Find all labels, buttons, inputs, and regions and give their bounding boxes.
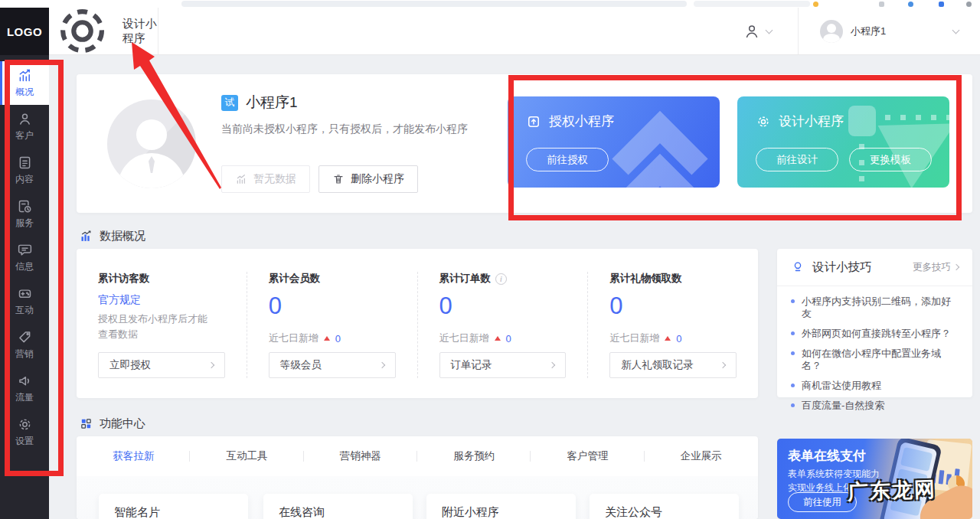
authorize-now-button[interactable]: 立即授权 [98, 352, 225, 378]
sidebar-item-content[interactable]: 内容 [0, 149, 49, 192]
stat-delta: 近七日新增 0 [269, 331, 396, 345]
bullet-dot [791, 403, 795, 407]
grid-icon [80, 417, 93, 430]
message-icon [17, 242, 33, 258]
stat-visitors: 累计访客数 官方规定 授权且发布小程序后才能 查看数据 立即授权 [77, 272, 247, 378]
sidebar-item-traffic[interactable]: 流量 [0, 367, 49, 410]
action-label: 立即授权 [109, 358, 151, 372]
sidebar-item-services[interactable]: 服务 [0, 192, 49, 236]
gear-icon [49, 0, 116, 64]
feature-card-smart-card[interactable]: 智能名片 [99, 494, 248, 519]
chevron-right-icon [720, 362, 726, 368]
sidebar-item-overview[interactable]: 概况 [0, 61, 49, 105]
tip-link[interactable]: 小程序内支持识别二维码，添加好友 [791, 295, 959, 320]
go-design-button[interactable]: 前往设计 [756, 148, 838, 171]
stat-label: 累计访客数 [98, 272, 225, 286]
promo-authorize-card[interactable]: 授权小程序 前往授权 [508, 96, 720, 188]
tab-design-miniprogram[interactable]: 设计小程序 [49, 8, 158, 54]
sidebar-item-messages[interactable]: 信息 [0, 236, 49, 279]
sidebar-item-label: 设置 [15, 435, 34, 448]
feature-card-follow-official[interactable]: 关注公众号 [590, 494, 739, 519]
chevron-right-icon [208, 362, 214, 368]
stat-value: 0 [439, 293, 567, 319]
feature-center-header: 功能中心 [80, 416, 145, 431]
form-payment-banner[interactable]: 表单在线支付 表单系统获得变现能力 实现业务线上化 前往使用 广东龙网 [777, 439, 972, 519]
apps-icon[interactable] [939, 2, 944, 7]
tab-interactive-tools[interactable]: 互动工具 [190, 449, 303, 463]
sidebar-item-marketing[interactable]: 营销 [0, 323, 49, 367]
stat-label: 累计会员数 [269, 272, 396, 286]
tip-link[interactable]: 百度流量-自然搜索 [791, 400, 959, 412]
no-data-label: 暂无数据 [253, 172, 296, 186]
more-tips-link[interactable]: 更多技巧 [913, 261, 959, 274]
tab-acquisition[interactable]: 获客拉新 [77, 449, 190, 463]
chevrons-decor [605, 96, 720, 188]
stat-label: 累计礼物领取数 [609, 272, 737, 286]
official-rules-link[interactable]: 官方规定 [98, 293, 225, 307]
gift-records-button[interactable]: 新人礼领取记录 [609, 352, 737, 378]
feature-body: 智能名片 在线咨询 附近小程序 关注公众号 [77, 476, 758, 519]
promo-title: 授权小程序 [549, 113, 614, 130]
page: LOGO 设计小程序 小程序1 [0, 0, 980, 519]
data-overview-header: 数据概况 [80, 229, 145, 243]
tip-link[interactable]: 商机雷达使用教程 [791, 380, 959, 392]
go-authorize-button[interactable]: 前往授权 [526, 148, 609, 171]
chevron-right-icon [953, 264, 959, 270]
delete-miniprogram-button[interactable]: 删除小程序 [318, 165, 418, 193]
tab-label: 设计小程序 [122, 17, 158, 46]
order-records-button[interactable]: 订单记录 [439, 352, 567, 378]
section-title: 数据概况 [100, 229, 145, 243]
extension-icon[interactable] [908, 2, 913, 7]
sidebar-item-label: 概况 [15, 86, 34, 99]
feature-center-card: 获客拉新 互动工具 营销神器 服务预约 客户管理 企业展示 智能名片 在线咨询 … [77, 436, 758, 519]
gamepad-icon [17, 286, 33, 302]
sidebar-item-customers[interactable]: 客户 [0, 105, 49, 149]
service-icon [17, 198, 33, 214]
secondary-bar[interactable] [694, 1, 810, 7]
sidebar-item-settings[interactable]: 设置 [0, 410, 49, 454]
profile-icon[interactable] [966, 2, 972, 7]
bullet-dot [791, 384, 795, 387]
tab-customer-management[interactable]: 客户管理 [531, 449, 644, 463]
tab-enterprise-display[interactable]: 企业展示 [645, 449, 758, 463]
triangle-up-icon [495, 336, 501, 341]
address-bar[interactable] [181, 1, 687, 7]
chevron-right-icon [378, 362, 384, 368]
feature-card-nearby-miniprogram[interactable]: 附近小程序 [426, 494, 576, 519]
tip-link[interactable]: 外部网页如何直接跳转至小程序？ [791, 328, 959, 340]
tips-panel: 设计小技巧 更多技巧 小程序内支持识别二维码，添加好友 外部网页如何直接跳转至小… [777, 249, 972, 397]
program-name: 小程序1 [851, 24, 886, 38]
account-menu[interactable] [717, 8, 798, 54]
feature-card-online-consult[interactable]: 在线咨询 [263, 494, 413, 519]
person-icon [17, 111, 33, 127]
member-levels-button[interactable]: 等级会员 [269, 352, 396, 378]
stats-card: 累计访客数 官方规定 授权且发布小程序后才能 查看数据 立即授权 累计会员数 0… [77, 249, 758, 398]
action-label: 等级会员 [280, 358, 322, 372]
program-switcher[interactable]: 小程序1 [799, 8, 980, 54]
chevron-down-icon [952, 26, 960, 34]
promo-design-card[interactable]: 设计小程序 前往设计 更换模板 [737, 96, 949, 188]
action-label: 新人礼领取记录 [621, 358, 694, 372]
sidebar-item-interaction[interactable]: 互动 [0, 279, 49, 323]
promo-title: 设计小程序 [779, 113, 844, 130]
tab-service-booking[interactable]: 服务预约 [417, 449, 531, 463]
no-data-button[interactable]: 暂无数据 [221, 165, 310, 193]
trial-badge: 试 [221, 95, 238, 111]
sidebar: 概况 客户 内容 服务 信息 [0, 55, 49, 519]
tab-marketing-tools[interactable]: 营销神器 [304, 449, 417, 463]
stat-label: 累计订单数 i [439, 272, 567, 286]
change-template-button[interactable]: 更换模板 [849, 148, 932, 171]
sidebar-item-label: 互动 [15, 304, 34, 317]
info-icon[interactable]: i [495, 273, 507, 285]
stat-members: 累计会员数 0 近七日新增 0 等级会员 [247, 272, 418, 378]
person-icon [743, 23, 760, 40]
chevron-down-icon [766, 26, 773, 34]
go-use-button[interactable]: 前往使用 [788, 492, 857, 512]
browser-chrome-sliver [0, 0, 980, 8]
printer-icon[interactable] [879, 2, 884, 7]
bullet-dot [791, 331, 795, 335]
sidebar-item-label: 信息 [15, 260, 34, 273]
stat-note: 授权且发布小程序后才能 查看数据 [98, 312, 225, 342]
bookmark-star-icon[interactable] [813, 2, 818, 7]
tip-link[interactable]: 如何在微信小程序中配置业务域名？ [791, 348, 959, 372]
